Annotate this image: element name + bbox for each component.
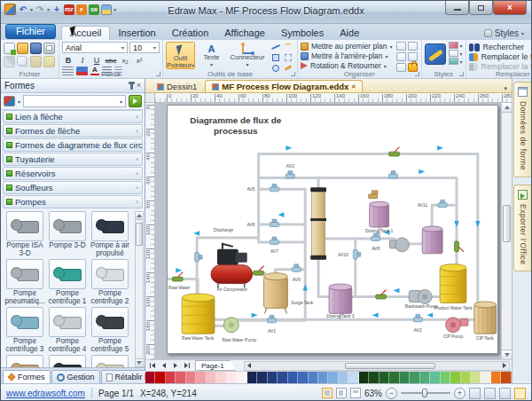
- palette-swatch[interactable]: [318, 372, 328, 383]
- paste-icon[interactable]: [30, 56, 42, 67]
- rotate-flip-button[interactable]: Rotation & Retourner ▾: [301, 61, 393, 70]
- shape-item[interactable]: Pompe à air propulsé: [89, 211, 131, 259]
- cip-pump-shape[interactable]: [446, 318, 468, 333]
- control-valve-icon[interactable]: [389, 170, 398, 177]
- cip-tank-shape[interactable]: [474, 302, 497, 334]
- footer-tab-gestion[interactable]: Gestion: [51, 370, 100, 383]
- palette-swatch[interactable]: [227, 372, 237, 383]
- palette-swatch[interactable]: [369, 372, 379, 383]
- prev-page-button[interactable]: [159, 361, 169, 371]
- add-library-button[interactable]: [129, 95, 142, 107]
- search-button[interactable]: Rechercher: [469, 43, 532, 51]
- zoom-out-button[interactable]: −: [386, 388, 397, 399]
- cut-icon[interactable]: [4, 56, 15, 67]
- palette-swatch[interactable]: [207, 372, 216, 383]
- close-icon[interactable]: ×: [135, 169, 139, 177]
- palette-swatch[interactable]: [257, 372, 267, 383]
- ball-valve-icon[interactable]: [389, 147, 400, 156]
- category-formes-de-fleche[interactable]: Formes de flèche ×: [3, 124, 143, 138]
- valve-av11-icon[interactable]: [438, 200, 447, 207]
- palette-swatch[interactable]: [471, 372, 481, 383]
- palette-swatch[interactable]: [348, 372, 358, 383]
- palette-swatch[interactable]: [176, 372, 185, 383]
- shape-item[interactable]: Pompe: [89, 355, 131, 367]
- center-page-icon[interactable]: [408, 52, 418, 61]
- send-to-back-button[interactable]: Mettre à l'arrière-plan ▾: [301, 51, 393, 60]
- compressor-valve-icon[interactable]: [254, 266, 264, 275]
- font-family-select[interactable]: Arial ▾: [62, 42, 128, 53]
- palette-swatch[interactable]: [410, 372, 419, 383]
- palette-swatch[interactable]: [389, 372, 399, 383]
- palette-swatch[interactable]: [441, 372, 450, 383]
- shape-item[interactable]: Pompe centrifuge 2: [89, 259, 131, 307]
- shape-item[interactable]: Pompe centrifuge 3: [4, 307, 46, 355]
- rectangle-tool-icon[interactable]: [270, 53, 281, 62]
- category-reservoirs[interactable]: Réservoirs ×: [3, 167, 143, 180]
- subscript-button[interactable]: x₂: [119, 55, 131, 66]
- pointer-tool-button[interactable]: Outil Pointeur▾: [166, 42, 195, 69]
- shape-item[interactable]: Centrifugal: [4, 355, 46, 367]
- scroll-left-icon[interactable]: [245, 362, 254, 370]
- valve-av7-icon[interactable]: [270, 237, 279, 244]
- close-icon[interactable]: ×: [135, 184, 139, 192]
- shape-item[interactable]: Pompe centrifuge 5: [89, 307, 131, 355]
- palette-swatch[interactable]: [247, 372, 257, 383]
- raw-water-valve-icon[interactable]: [172, 272, 183, 281]
- palette-swatch[interactable]: [450, 372, 460, 383]
- tab-creation[interactable]: Création: [164, 27, 217, 40]
- tab-symboles[interactable]: Symboles: [273, 27, 332, 40]
- scroll-up-icon[interactable]: [136, 212, 143, 220]
- bold-button[interactable]: B: [62, 55, 74, 66]
- tab-affichage[interactable]: Affichage: [216, 27, 273, 40]
- scroll-up-icon[interactable]: [502, 103, 512, 113]
- replace-text-button[interactable]: Remplacer le texte: [469, 52, 532, 61]
- palette-swatch[interactable]: [186, 372, 196, 383]
- horizontal-scrollbar[interactable]: [244, 361, 510, 371]
- raw-water-tank-shape[interactable]: [182, 294, 215, 334]
- close-icon[interactable]: ×: [351, 83, 356, 90]
- first-page-button[interactable]: [147, 361, 158, 371]
- palette-swatch[interactable]: [237, 372, 246, 383]
- scrollbar-thumb[interactable]: [503, 205, 511, 242]
- pin-icon[interactable]: [130, 83, 133, 90]
- close-icon[interactable]: ×: [135, 113, 139, 121]
- scroll-down-icon[interactable]: [502, 350, 512, 359]
- palette-swatch[interactable]: [400, 372, 410, 383]
- close-button[interactable]: ×: [493, 1, 527, 15]
- pan-zoom-button[interactable]: [499, 388, 511, 399]
- scroll-right-icon[interactable]: [500, 362, 509, 370]
- palette-swatch[interactable]: [501, 372, 511, 383]
- next-page-button[interactable]: [170, 361, 181, 371]
- palette-swatch[interactable]: [420, 372, 430, 383]
- new-document-icon[interactable]: [4, 43, 15, 54]
- doc-tab-active[interactable]: MF Process Flow Diagram.eddx ×: [205, 80, 363, 92]
- palette-swatch[interactable]: [288, 372, 298, 383]
- panel-scrollbar[interactable]: [135, 211, 144, 367]
- palette-swatch[interactable]: [278, 372, 287, 383]
- palette-swatch[interactable]: [328, 372, 338, 383]
- dialog-launcher-icon[interactable]: [291, 72, 295, 76]
- maximize-button[interactable]: [469, 1, 493, 15]
- doc-tab-dessin1[interactable]: Dessin1: [151, 81, 203, 92]
- tab-list-icon[interactable]: ▾: [505, 85, 508, 92]
- backwash-pump-shape[interactable]: [409, 290, 432, 304]
- palette-swatch[interactable]: [491, 372, 501, 383]
- tab-insertion[interactable]: Insertion: [110, 27, 163, 40]
- superscript-button[interactable]: x²: [133, 55, 145, 66]
- styles-menu[interactable]: Styles ▾: [484, 28, 531, 40]
- category-pompes[interactable]: Pompes ×: [3, 195, 143, 208]
- chevron-down-icon[interactable]: ▾: [18, 98, 20, 105]
- palette-swatch[interactable]: [216, 372, 226, 383]
- curve-tool-icon[interactable]: [283, 43, 293, 51]
- close-icon[interactable]: ×: [135, 127, 139, 135]
- search-shapes-input[interactable]: ▾: [23, 95, 126, 107]
- palette-swatch[interactable]: [461, 372, 471, 383]
- dosing-tank-3-shape[interactable]: [329, 284, 352, 313]
- copy-icon[interactable]: [17, 56, 27, 66]
- palette-swatch[interactable]: [339, 372, 348, 383]
- library-picker-icon[interactable]: [4, 96, 15, 106]
- palette-swatch[interactable]: [298, 372, 308, 383]
- close-icon[interactable]: ×: [135, 155, 139, 163]
- font-size-select[interactable]: 10 ▾: [129, 42, 160, 53]
- raw-water-pump-shape[interactable]: [223, 318, 239, 333]
